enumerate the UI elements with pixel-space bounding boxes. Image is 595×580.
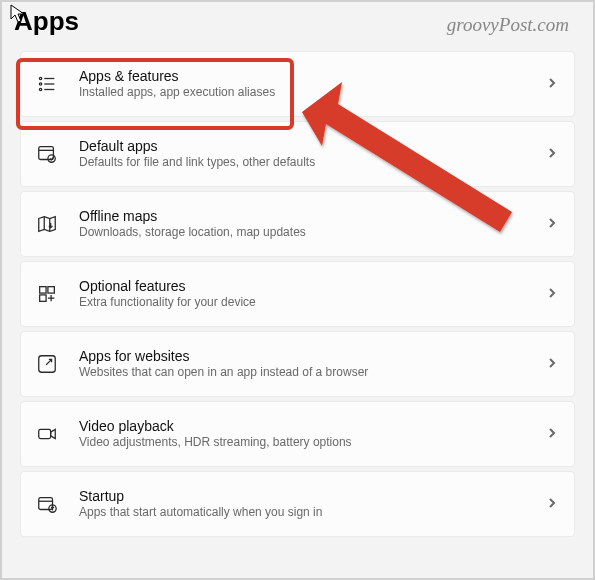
default-apps-icon — [33, 140, 61, 168]
item-text: Default apps Defaults for file and link … — [79, 138, 546, 171]
item-subtitle: Defaults for file and link types, other … — [79, 155, 546, 171]
item-apps-for-websites[interactable]: Apps for websites Websites that can open… — [20, 331, 575, 397]
item-title: Default apps — [79, 138, 546, 154]
chevron-right-icon — [546, 145, 558, 163]
chevron-right-icon — [546, 495, 558, 513]
chevron-right-icon — [546, 215, 558, 233]
item-title: Startup — [79, 488, 546, 504]
item-offline-maps[interactable]: Offline maps Downloads, storage location… — [20, 191, 575, 257]
video-playback-icon — [33, 420, 61, 448]
page-title: Apps — [14, 6, 79, 37]
item-title: Offline maps — [79, 208, 546, 224]
svg-line-19 — [46, 359, 52, 365]
startup-icon — [33, 490, 61, 518]
settings-list: Apps & features Installed apps, app exec… — [2, 51, 593, 537]
item-text: Optional features Extra functionality fo… — [79, 278, 546, 311]
item-text: Offline maps Downloads, storage location… — [79, 208, 546, 241]
item-title: Optional features — [79, 278, 546, 294]
item-optional-features[interactable]: Optional features Extra functionality fo… — [20, 261, 575, 327]
svg-rect-22 — [39, 498, 53, 510]
item-subtitle: Downloads, storage location, map updates — [79, 225, 546, 241]
item-text: Startup Apps that start automatically wh… — [79, 488, 546, 521]
offline-maps-icon — [33, 210, 61, 238]
svg-point-2 — [39, 83, 41, 85]
optional-features-icon — [33, 280, 61, 308]
svg-point-4 — [39, 88, 41, 90]
svg-point-8 — [48, 155, 55, 162]
chevron-right-icon — [546, 425, 558, 443]
chevron-right-icon — [546, 285, 558, 303]
item-title: Video playback — [79, 418, 546, 434]
apps-features-icon — [33, 70, 61, 98]
apps-for-websites-icon — [33, 350, 61, 378]
item-text: Apps for websites Websites that can open… — [79, 348, 546, 381]
chevron-right-icon — [546, 355, 558, 373]
svg-rect-15 — [40, 295, 46, 301]
svg-point-0 — [39, 77, 41, 79]
item-apps-and-features[interactable]: Apps & features Installed apps, app exec… — [20, 51, 575, 117]
svg-marker-9 — [39, 217, 56, 232]
item-video-playback[interactable]: Video playback Video adjustments, HDR st… — [20, 401, 575, 467]
item-text: Video playback Video adjustments, HDR st… — [79, 418, 546, 451]
svg-rect-13 — [40, 287, 46, 293]
item-subtitle: Websites that can open in an app instead… — [79, 365, 546, 381]
svg-marker-21 — [51, 429, 56, 438]
watermark: groovyPost.com — [447, 14, 569, 36]
header: Apps groovyPost.com — [2, 2, 593, 51]
item-text: Apps & features Installed apps, app exec… — [79, 68, 546, 101]
svg-rect-20 — [39, 429, 51, 438]
item-subtitle: Apps that start automatically when you s… — [79, 505, 546, 521]
item-startup[interactable]: Startup Apps that start automatically wh… — [20, 471, 575, 537]
item-default-apps[interactable]: Default apps Defaults for file and link … — [20, 121, 575, 187]
svg-rect-6 — [39, 147, 54, 160]
item-subtitle: Extra functionality for your device — [79, 295, 546, 311]
item-subtitle: Installed apps, app execution aliases — [79, 85, 546, 101]
svg-rect-14 — [48, 287, 54, 293]
item-title: Apps & features — [79, 68, 546, 84]
chevron-right-icon — [546, 75, 558, 93]
item-subtitle: Video adjustments, HDR streaming, batter… — [79, 435, 546, 451]
item-title: Apps for websites — [79, 348, 546, 364]
